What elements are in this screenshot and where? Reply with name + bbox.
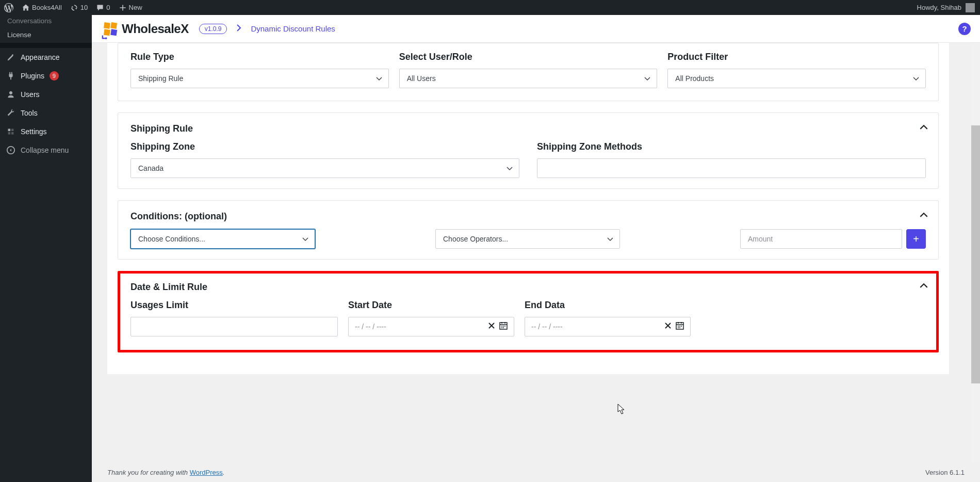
sidebar-item-license[interactable]: License <box>0 27 92 43</box>
wrench-icon <box>6 108 15 118</box>
collapse-icon <box>6 146 15 155</box>
chevron-down-icon <box>644 74 650 83</box>
sidebar-item-conversations[interactable]: Conversations <box>0 15 92 27</box>
rule-type-select[interactable]: Shipping Rule <box>130 69 389 88</box>
usages-limit-input[interactable] <box>130 317 338 336</box>
collapse-up-icon[interactable] <box>920 281 928 290</box>
sidebar-item-tools[interactable]: Tools <box>0 104 92 122</box>
shipping-zone-select[interactable]: Canada <box>130 158 519 178</box>
calendar-icon[interactable] <box>499 322 508 332</box>
svg-rect-2 <box>110 22 117 29</box>
sidebar-item-plugins[interactable]: Plugins 9 <box>0 67 92 85</box>
select-user-label: Select User/Role <box>399 52 658 62</box>
operators-select[interactable]: Choose Operators... <box>435 229 620 249</box>
mouse-cursor-icon <box>617 404 626 415</box>
breadcrumb-page[interactable]: Dynamic Discount Rules <box>251 24 335 33</box>
sidebar-item-label: Settings <box>21 127 47 136</box>
settings-icon <box>6 127 15 136</box>
plugin-header: WholesaleX v1.0.9 Dynamic Discount Rules… <box>92 15 980 43</box>
wholesalex-logo-icon <box>101 21 118 37</box>
wordpress-link[interactable]: WordPress <box>190 469 223 476</box>
sidebar-item-label: Users <box>21 90 40 99</box>
end-date-input[interactable]: -- / -- / ---- <box>525 317 691 336</box>
toolbar-comments-count: 0 <box>106 4 110 11</box>
wp-version: Version 6.1.1 <box>925 469 965 476</box>
panel-rule-type: Rule Type Shipping Rule Select User/Role… <box>118 43 939 101</box>
sidebar-item-label: Plugins <box>21 72 44 80</box>
start-date-label: Start Date <box>348 300 514 311</box>
updates-icon <box>70 4 78 12</box>
toolbar-site[interactable]: Books4All <box>18 0 66 15</box>
calendar-icon[interactable] <box>676 322 684 332</box>
shipping-rule-title: Shipping Rule <box>130 123 926 134</box>
panel-shipping-rule: Shipping Rule Shipping Zone Canada Shipp… <box>118 113 939 189</box>
datelimit-title: Date & Limit Rule <box>130 282 926 293</box>
wp-admin-sidebar: Conversations License Appearance Plugins… <box>0 15 92 482</box>
svg-rect-3 <box>104 29 110 36</box>
plugins-badge: 9 <box>50 71 59 81</box>
toolbar-new-label: New <box>129 4 142 11</box>
add-condition-button[interactable]: + <box>906 229 926 249</box>
select-user-select[interactable]: All Users <box>399 69 658 88</box>
svg-rect-1 <box>104 22 110 29</box>
scrollbar[interactable] <box>971 43 980 482</box>
close-icon[interactable] <box>488 322 495 331</box>
brush-icon <box>6 53 15 62</box>
comment-icon <box>96 4 104 12</box>
amount-input[interactable] <box>740 229 902 249</box>
toolbar-new[interactable]: New <box>115 0 146 15</box>
sidebar-item-label: Appearance <box>21 53 60 61</box>
end-date-label: End Data <box>525 300 691 311</box>
toolbar-updates[interactable]: 10 <box>66 0 92 15</box>
collapse-up-icon[interactable] <box>920 122 928 132</box>
sidebar-item-settings[interactable]: Settings <box>0 122 92 141</box>
wp-logo-icon[interactable] <box>0 0 18 15</box>
rule-type-label: Rule Type <box>130 52 389 62</box>
chevron-down-icon <box>913 74 919 83</box>
toolbar-greeting: Howdy, Shihab <box>917 4 961 11</box>
home-icon <box>22 4 30 12</box>
main-content: WholesaleX v1.0.9 Dynamic Discount Rules… <box>92 15 980 482</box>
chevron-down-icon <box>607 235 613 243</box>
toolbar-user-menu[interactable]: Howdy, Shihab <box>917 3 980 12</box>
plugin-version-badge: v1.0.9 <box>199 24 227 34</box>
chevron-down-icon <box>376 74 382 83</box>
shipping-methods-select[interactable] <box>537 158 926 178</box>
start-date-input[interactable]: -- / -- / ---- <box>348 317 514 336</box>
conditions-select[interactable]: Choose Conditions... <box>130 229 315 249</box>
wp-admin-toolbar: Books4All 10 0 New Howdy, Shihab <box>0 0 980 15</box>
plugin-brand: WholesaleX <box>122 22 189 36</box>
svg-point-5 <box>105 37 107 39</box>
product-filter-select[interactable]: All Products <box>667 69 926 88</box>
chevron-right-icon <box>236 24 241 34</box>
sidebar-item-appearance[interactable]: Appearance <box>0 48 92 67</box>
sidebar-item-label: Tools <box>21 109 38 117</box>
user-icon <box>6 90 15 99</box>
plus-icon <box>119 4 127 12</box>
toolbar-comments[interactable]: 0 <box>92 0 114 15</box>
sidebar-item-collapse[interactable]: Collapse menu <box>0 141 92 159</box>
close-icon[interactable] <box>664 322 672 331</box>
panel-conditions: Conditions: (optional) Choose Conditions… <box>118 200 939 260</box>
toolbar-site-name: Books4All <box>32 4 62 11</box>
collapse-up-icon[interactable] <box>920 210 928 219</box>
product-filter-label: Product Filter <box>667 52 926 62</box>
plug-icon <box>6 71 15 81</box>
shipping-methods-label: Shipping Zone Methods <box>537 141 926 152</box>
usages-limit-label: Usages Limit <box>130 300 338 311</box>
chevron-down-icon <box>302 235 308 243</box>
sidebar-item-label: Collapse menu <box>21 146 69 154</box>
toolbar-updates-count: 10 <box>80 4 88 11</box>
panel-date-limit: Date & Limit Rule Usages Limit Start Dat… <box>118 271 939 352</box>
conditions-title: Conditions: (optional) <box>130 211 926 222</box>
shipping-zone-label: Shipping Zone <box>130 141 519 152</box>
chevron-down-icon <box>507 164 513 172</box>
svg-rect-4 <box>110 29 117 36</box>
avatar <box>966 3 975 12</box>
wp-footer: Thank you for creating with WordPress. V… <box>92 462 980 482</box>
help-button[interactable]: ? <box>958 23 971 35</box>
sidebar-item-users[interactable]: Users <box>0 85 92 104</box>
